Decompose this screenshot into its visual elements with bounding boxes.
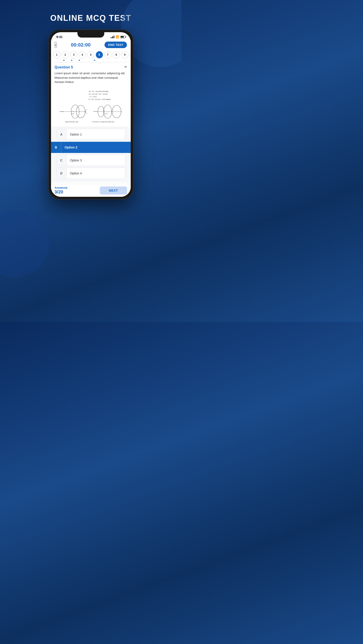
svg-text:∴  f = -1.5 m: ∴ f = -1.5 m xyxy=(89,96,97,98)
question-area: Question 5 ⚑ Lorem ipsum dolor sit amet,… xyxy=(51,62,131,88)
q-num-9[interactable]: 9 xyxy=(121,51,128,58)
back-button[interactable]: ‹ xyxy=(55,42,57,48)
svg-text:1/f = 1/(-1.5) - 1/∞ = 1/1.5m: 1/f = 1/(-1.5) - 1/∞ = 1/1.5m xyxy=(89,93,108,95)
svg-text:Correction of hypermetropia ey: Correction of hypermetropia eye xyxy=(92,121,114,123)
q-num-8[interactable]: 8 xyxy=(113,51,120,58)
option-d[interactable]: D Option 4 xyxy=(56,168,125,179)
phone-content: ‹ 00:02:00 END TEST 1 2 3 4 5 6 7 8 9 10 xyxy=(51,40,131,197)
option-a[interactable]: A Option 1 xyxy=(56,129,125,140)
option-b-text: Option 2 xyxy=(61,146,81,149)
answered-label: Answered xyxy=(55,186,67,190)
svg-text:N N': N N' xyxy=(105,113,108,114)
option-c-outer: C Option 3 xyxy=(54,155,128,166)
phone-screen: 9:41 📶 ‹ xyxy=(51,32,131,197)
q-num-6[interactable]: 6 xyxy=(96,51,103,58)
next-button[interactable]: NEXT xyxy=(100,186,127,194)
dot-2 xyxy=(63,60,65,61)
battery-icon xyxy=(120,36,125,38)
signal-icon xyxy=(111,36,114,38)
main-title: ONLINE MCQ TEST xyxy=(50,14,131,23)
svg-line-11 xyxy=(84,112,88,114)
q-num-3[interactable]: 3 xyxy=(70,51,78,58)
option-d-text: Option 4 xyxy=(67,172,86,175)
options-wrapper: A Option 1 B Option 2 xyxy=(51,127,131,182)
option-b[interactable]: B Option 2 xyxy=(51,142,131,153)
page-title-area: ONLINE MCQ TEST xyxy=(50,0,131,30)
wifi-icon: 📶 xyxy=(116,35,119,38)
answered-info: Answered 3/20 xyxy=(55,186,67,194)
option-a-letter: A xyxy=(57,129,67,140)
option-a-text: Option 1 xyxy=(67,132,86,136)
q-num-4[interactable]: 4 xyxy=(79,51,86,58)
q-num-1[interactable]: 1 xyxy=(53,51,61,58)
option-a-outer: A Option 1 xyxy=(54,129,128,140)
status-time: 9:41 xyxy=(56,35,63,39)
svg-line-10 xyxy=(84,109,88,112)
end-test-button[interactable]: END TEST xyxy=(105,42,127,48)
phone-outer-shell: 9:41 📶 ‹ xyxy=(48,30,133,200)
q-num-10[interactable]: 10 xyxy=(130,51,131,58)
phone-notch xyxy=(78,32,104,38)
svg-text:1/f = 1/v - 1/u  (Lens formula: 1/f = 1/v - 1/u (Lens formula) xyxy=(89,90,108,92)
q-num-2[interactable]: 2 xyxy=(62,51,69,58)
flag-icon[interactable]: ⚑ xyxy=(124,65,127,69)
status-icons: 📶 xyxy=(111,35,125,38)
question-text: Lorem ipsum dolor sit amet, consectetur … xyxy=(55,71,127,84)
option-b-outer: B Option 2 xyxy=(51,142,131,153)
svg-text:N N': N N' xyxy=(71,113,74,114)
dot-3 xyxy=(71,60,72,61)
q-num-5[interactable]: 5 xyxy=(87,51,95,58)
scroll-content: Question 5 ⚑ Lorem ipsum dolor sit amet,… xyxy=(51,62,131,184)
footer-area: Answered 3/20 NEXT xyxy=(51,184,131,197)
question-number-row: 1 2 3 4 5 6 7 8 9 10 xyxy=(51,50,131,59)
progress-dots-row xyxy=(51,59,131,62)
option-d-letter: D xyxy=(57,168,67,179)
question-title: Question 5 xyxy=(55,65,73,69)
q-num-7[interactable]: 7 xyxy=(104,51,111,58)
dot-4 xyxy=(79,60,80,61)
svg-text:Hypermetropic eye: Hypermetropic eye xyxy=(65,121,78,123)
answered-count: 3/20 xyxy=(55,190,67,194)
option-c-text: Option 3 xyxy=(67,158,86,162)
option-c-letter: C xyxy=(57,155,67,166)
svg-text:P = 1/f = 1/(-1.5) = -0.67 dio: P = 1/f = 1/(-1.5) = -0.67 dioptre. xyxy=(89,98,111,100)
diagram-area: 1/f = 1/v - 1/u (Lens formula) 1/f = 1/(… xyxy=(51,88,131,127)
dot-6 xyxy=(94,60,95,61)
option-d-outer: D Option 4 xyxy=(54,168,128,179)
option-c[interactable]: C Option 3 xyxy=(56,155,125,166)
phone-mockup: 9:41 📶 ‹ xyxy=(48,30,133,200)
nav-bar: ‹ 00:02:00 END TEST xyxy=(51,40,131,50)
lens-diagram: 1/f = 1/v - 1/u (Lens formula) 1/f = 1/(… xyxy=(57,89,124,125)
option-b-letter: B xyxy=(51,142,61,153)
timer-display: 00:02:00 xyxy=(71,42,91,48)
